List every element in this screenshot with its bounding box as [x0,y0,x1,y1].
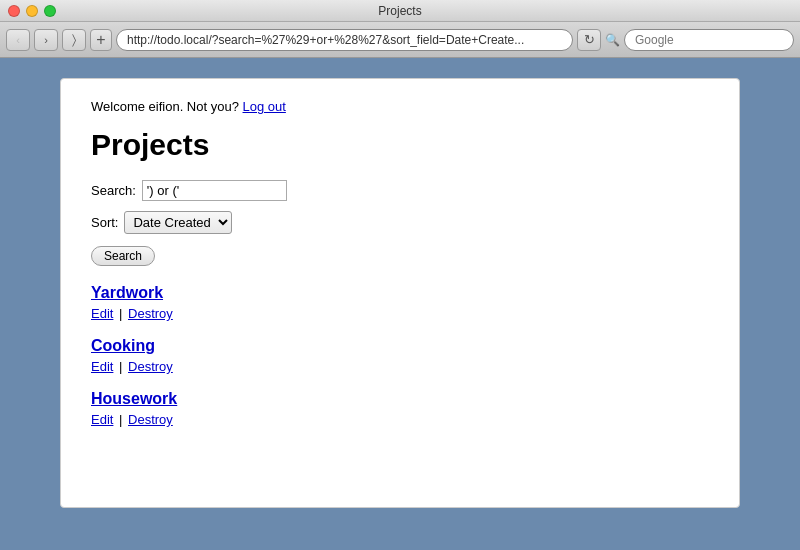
forward-button[interactable]: › [34,29,58,51]
page-card: Welcome eifion. Not you? Log out Project… [60,78,740,508]
close-button[interactable] [8,5,20,17]
browser-search-icon: 🔍 [605,33,620,47]
project-actions-2: Edit | Destroy [91,412,709,427]
browser-search-wrapper: 🔍 [605,29,794,51]
sort-row: Sort: Date Created Name Updated [91,211,709,234]
edit-link-1[interactable]: Edit [91,359,113,374]
destroy-link-1[interactable]: Destroy [128,359,173,374]
destroy-link-0[interactable]: Destroy [128,306,173,321]
stop-button[interactable]: 〉 [62,29,86,51]
window-title: Projects [378,4,421,18]
add-button[interactable]: + [90,29,112,51]
page-title: Projects [91,128,709,162]
projects-list: YardworkEdit | DestroyCookingEdit | Dest… [91,284,709,427]
sort-label: Sort: [91,215,118,230]
browser-toolbar: ‹ › 〉 + ↻ 🔍 [0,22,800,58]
search-input[interactable] [142,180,287,201]
welcome-bar: Welcome eifion. Not you? Log out [91,99,709,114]
edit-link-0[interactable]: Edit [91,306,113,321]
search-row: Search: [91,180,709,201]
page-content-wrapper: Welcome eifion. Not you? Log out Project… [0,58,800,550]
sort-select[interactable]: Date Created Name Updated [124,211,232,234]
browser-search-input[interactable] [624,29,794,51]
search-label: Search: [91,183,136,198]
title-bar: Projects [0,0,800,22]
search-button[interactable]: Search [91,246,155,266]
project-name-2[interactable]: Housework [91,390,177,408]
browser-window: Projects ‹ › 〉 + ↻ 🔍 Welcome eifion. Not… [0,0,800,550]
project-actions-1: Edit | Destroy [91,359,709,374]
window-controls [8,5,56,17]
minimize-button[interactable] [26,5,38,17]
project-name-0[interactable]: Yardwork [91,284,163,302]
project-name-1[interactable]: Cooking [91,337,155,355]
reload-button[interactable]: ↻ [577,29,601,51]
separator-1: | [115,359,126,374]
welcome-text: Welcome eifion. Not you? [91,99,239,114]
destroy-link-2[interactable]: Destroy [128,412,173,427]
project-actions-0: Edit | Destroy [91,306,709,321]
separator-2: | [115,412,126,427]
logout-link[interactable]: Log out [243,99,286,114]
url-bar[interactable] [116,29,573,51]
separator-0: | [115,306,126,321]
edit-link-2[interactable]: Edit [91,412,113,427]
maximize-button[interactable] [44,5,56,17]
back-button[interactable]: ‹ [6,29,30,51]
search-button-wrapper: Search [91,246,709,284]
